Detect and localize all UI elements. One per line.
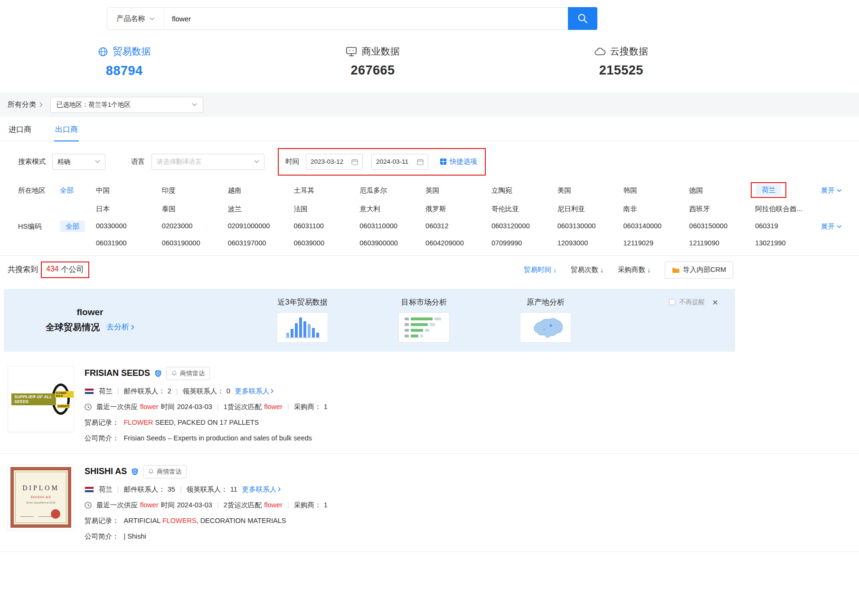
region-item[interactable]: 韩国 (623, 184, 689, 195)
selected-region-dropdown[interactable]: 已选地区：荷兰等1个地区 (50, 97, 203, 113)
sort-trade-time[interactable]: 贸易时间 ↓ (524, 265, 557, 274)
breadcrumb[interactable]: 所有分类 (8, 100, 43, 109)
hs-item[interactable]: 0603197000 (228, 237, 294, 247)
region-item[interactable]: 德国 (689, 184, 755, 195)
region-item[interactable]: 西班牙 (689, 203, 755, 214)
tab-importers[interactable]: 进口商 (8, 117, 32, 141)
region-item[interactable]: 英国 (425, 184, 491, 195)
go-analyze-link[interactable]: 去分析 (106, 322, 134, 332)
region-item[interactable]: 波兰 (228, 203, 294, 214)
region-item[interactable]: 南非 (623, 203, 689, 214)
hs-item[interactable]: 060312 (425, 220, 491, 230)
company-logo[interactable]: SUPPLIER OF ALL SEEDS FLOWER BULB EXPERT… (8, 366, 74, 432)
hs-item[interactable]: 0603140000 (623, 220, 689, 230)
region-item[interactable]: 尼日利亚 (557, 203, 623, 214)
radar-badge[interactable]: 商情雷达 (166, 367, 210, 380)
hs-all[interactable]: 全部 (60, 220, 96, 231)
quick-options-button[interactable]: 快捷选项 (440, 157, 477, 166)
region-item[interactable]: 印度 (162, 184, 228, 195)
chevron-down-icon (150, 17, 155, 20)
chevron-right-icon (131, 325, 134, 330)
region-item[interactable]: 立陶宛 (491, 184, 557, 195)
linkedin-contacts: 领英联系人：0 (183, 387, 230, 396)
stat-business-data[interactable]: 商业数据 267665 (248, 45, 497, 78)
region-item[interactable]: 美国 (557, 184, 623, 195)
sort-controls: 贸易时间 ↓ 贸易次数 ↓ 采购商数 ↓ 导入内部CRM (524, 261, 733, 279)
stat-trade-data[interactable]: 贸易数据 88794 (0, 45, 248, 78)
search-mode-dropdown[interactable]: 精确 (52, 154, 105, 170)
region-item[interactable]: 土耳其 (293, 184, 359, 195)
hs-item[interactable]: 0603190000 (162, 237, 228, 247)
chevron-down-icon (837, 189, 842, 192)
hs-item[interactable]: 00330000 (96, 220, 162, 230)
hs-item[interactable]: 02023000 (162, 220, 228, 230)
company-name[interactable]: FRISIAN SEEDS (85, 368, 150, 378)
more-contacts-link[interactable]: 更多联系人 (235, 387, 274, 396)
company-intro-row: 公司简介： Frisian Seeds – Experts in product… (85, 434, 328, 443)
stat-label: 云搜数据 (610, 45, 648, 58)
hs-item[interactable]: 06031100 (293, 220, 359, 230)
region-item[interactable]: 厄瓜多尔 (359, 184, 425, 195)
hs-item[interactable]: 12119029 (623, 237, 689, 247)
card-origin-analysis[interactable]: 原产地分析 (520, 298, 571, 343)
buyer-count: 采购商：1 (294, 501, 328, 510)
contact-row: 荷兰 | 邮件联系人：35 | 领英联系人：11 更多联系人 (85, 485, 328, 494)
hs-item[interactable]: 0603120000 (491, 220, 557, 230)
date-to-input[interactable]: 2024-03-11 (371, 154, 428, 170)
hs-item[interactable]: 0603900000 (359, 237, 425, 247)
hs-item[interactable]: 06039000 (293, 237, 359, 247)
hs-item[interactable]: 13021990 (755, 237, 821, 247)
search-category-dropdown[interactable]: 产品名称 (107, 8, 164, 29)
region-item[interactable]: 泰国 (162, 203, 228, 214)
region-item[interactable]: 哥伦比亚 (491, 203, 557, 214)
region-all[interactable]: 全部 (60, 184, 96, 195)
hs-item[interactable]: 0603130000 (557, 220, 623, 230)
more-contacts-link[interactable]: 更多联系人 (242, 485, 281, 494)
hs-item[interactable]: 12093000 (557, 237, 623, 247)
sort-buyer-count[interactable]: 采购商数 ↓ (618, 265, 651, 274)
globe-icon (98, 47, 108, 57)
dismiss-checkbox[interactable] (669, 299, 675, 305)
monitor-icon (346, 47, 357, 56)
hs-item[interactable]: 060319 (755, 220, 821, 230)
company-name[interactable]: SHISHI AS (85, 467, 127, 476)
logo-banner-text: SUPPLIER OF ALL SEEDS (11, 393, 56, 405)
hs-item[interactable]: 12119090 (689, 237, 755, 247)
close-icon[interactable]: × (712, 298, 718, 307)
hs-item[interactable]: 07099990 (491, 237, 557, 247)
region-item[interactable]: 越南 (228, 184, 294, 195)
date-from-input[interactable]: 2023-03-12 (306, 154, 363, 170)
annotation-box-time: 时间 2023-03-12 2024-03-11 (278, 148, 486, 176)
hs-item[interactable]: 0603110000 (359, 220, 425, 230)
search-button[interactable] (568, 7, 597, 30)
card-trade-3years[interactable]: 近3年贸易数据 (277, 298, 328, 343)
region-expand-link[interactable]: 展开 (821, 184, 851, 195)
import-crm-button[interactable]: 导入内部CRM (665, 261, 733, 279)
company-card-frisian-seeds: SUPPLIER OF ALL SEEDS FLOWER BULB EXPERT… (0, 355, 859, 453)
search-input[interactable] (164, 8, 568, 29)
hs-item[interactable]: 0604209000 (425, 237, 491, 247)
radar-badge[interactable]: 商情雷达 (143, 465, 187, 478)
tab-exporters[interactable]: 出口商 (54, 117, 79, 141)
hs-item[interactable]: 0603150000 (689, 220, 755, 230)
region-item[interactable]: 中国 (96, 184, 162, 195)
card-target-market[interactable]: 目标市场分析 (398, 298, 450, 343)
hbar-chart-thumbnail (398, 312, 450, 343)
language-dropdown[interactable]: 请选择翻译语言 (151, 154, 264, 170)
trade-record-row: 贸易记录： FLOWER SEED, PACKED ON 17 PALLETS (85, 418, 328, 427)
hs-item[interactable]: 02091000000 (228, 220, 294, 230)
stat-cloud-data[interactable]: 云搜数据 215525 (497, 45, 746, 78)
chevron-down-icon (95, 160, 100, 163)
region-item[interactable]: 俄罗斯 (425, 203, 491, 214)
hs-expand-link[interactable]: 展开 (821, 220, 851, 231)
sort-trade-count[interactable]: 贸易次数 ↓ (571, 265, 604, 274)
hs-item[interactable]: 06031900 (96, 237, 162, 247)
region-item[interactable]: 日本 (96, 203, 162, 214)
region-item[interactable]: 法国 (293, 203, 359, 214)
region-item[interactable]: 阿拉伯联合酋... (755, 203, 821, 214)
region-item-selected[interactable]: 荷兰 (756, 184, 781, 196)
company-logo[interactable]: DIPLOM SHISHI AS Eesti Gasellifirma 2015 (8, 464, 74, 531)
region-filter-row: 所在地区 全部 中国 印度 越南 土耳其 厄瓜多尔 英国 立陶宛 美国 韩国 德… (0, 178, 859, 215)
region-item[interactable]: 意大利 (359, 203, 425, 214)
stat-value: 267665 (248, 63, 497, 78)
